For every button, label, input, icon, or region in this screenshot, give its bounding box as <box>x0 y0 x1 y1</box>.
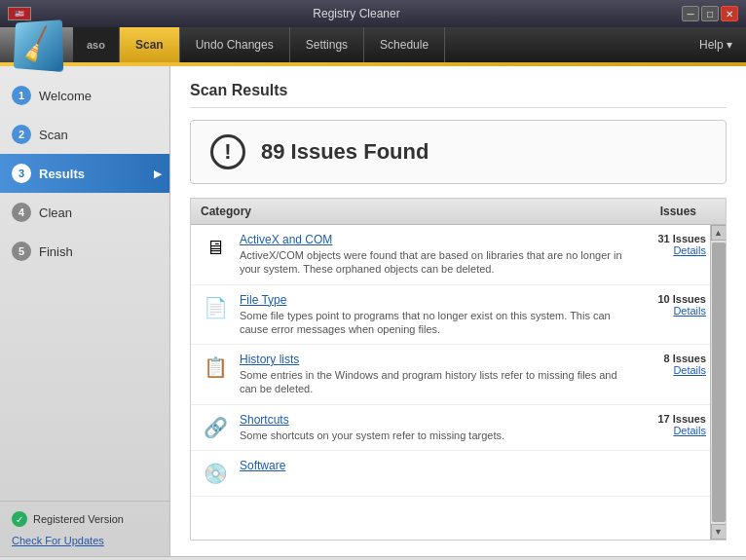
nav-bar: 🧹 aso Scan Undo Changes Settings Schedul… <box>0 27 746 62</box>
activex-title[interactable]: ActiveX and COM <box>240 233 628 246</box>
results-table: Category Issues 🖥 ActiveX and COM Active… <box>190 198 727 541</box>
table-row: 💿 Software <box>191 451 726 497</box>
history-desc: Some entries in the Windows and program … <box>240 368 628 396</box>
shortcuts-icon: 🔗 <box>201 413 230 442</box>
step-3-circle: 3 <box>12 164 31 183</box>
title-bar: 🇺🇸 Registry Cleaner ─ □ ✕ <box>0 0 746 27</box>
scroll-thumb[interactable] <box>712 243 726 522</box>
table-row: 📄 File Type Some file types point to pro… <box>191 285 726 346</box>
sidebar-item-results[interactable]: 3 Results <box>0 154 169 193</box>
shortcuts-issues: 17 Issues Details <box>628 413 706 436</box>
sidebar-label-results: Results <box>39 167 85 181</box>
flag-icon: 🇺🇸 <box>8 7 31 20</box>
bottom-bar: Export Log Scan Again Fix All Issues <box>0 556 746 560</box>
row-content-history: History lists Some entries in the Window… <box>240 353 628 396</box>
main-layout: 1 Welcome 2 Scan 3 Results 4 Clean 5 Fin… <box>0 66 746 556</box>
check-updates-link[interactable]: Check For Updates <box>12 535 158 546</box>
row-content-software: Software <box>240 459 628 474</box>
activex-desc: ActiveX/COM objects were found that are … <box>240 248 628 277</box>
activex-count: 31 Issues <box>628 233 706 244</box>
table-row: 📋 History lists Some entries in the Wind… <box>191 345 726 405</box>
filetype-details-link[interactable]: Details <box>673 305 706 317</box>
tab-schedule[interactable]: Schedule <box>364 27 445 62</box>
step-1-circle: 1 <box>12 86 31 105</box>
sidebar-label-scan: Scan <box>39 128 68 142</box>
sidebar: 1 Welcome 2 Scan 3 Results 4 Clean 5 Fin… <box>0 66 170 556</box>
content-area: Scan Results ! 89 Issues Found Category … <box>170 66 746 556</box>
history-icon: 📋 <box>201 353 230 382</box>
row-content-filetype: File Type Some file types point to progr… <box>240 293 628 337</box>
registered-label: Registered Version <box>33 513 124 525</box>
issues-count-label: 89 Issues Found <box>261 139 429 165</box>
filetype-title[interactable]: File Type <box>240 293 628 307</box>
broom-icon: 🧹 <box>17 24 58 66</box>
shortcuts-desc: Some shortcuts on your system refer to m… <box>240 429 628 442</box>
shortcuts-title[interactable]: Shortcuts <box>240 413 628 427</box>
activex-issues: 31 Issues Details <box>628 233 706 256</box>
page-title: Scan Results <box>190 82 727 108</box>
sidebar-label-clean: Clean <box>39 205 72 220</box>
table-header: Category Issues <box>191 199 726 225</box>
filetype-count: 10 Issues <box>628 293 706 305</box>
table-row: 🖥 ActiveX and COM ActiveX/COM objects we… <box>191 225 726 285</box>
registered-badge: ✓ Registered Version <box>12 511 158 527</box>
activex-icon: 🖥 <box>201 233 230 262</box>
minimize-button[interactable]: ─ <box>682 6 699 21</box>
filetype-issues: 10 Issues Details <box>628 293 706 317</box>
table-row: 🔗 Shortcuts Some shortcuts on your syste… <box>191 405 726 451</box>
aso-logo: aso <box>73 27 120 62</box>
software-title[interactable]: Software <box>240 459 628 472</box>
close-button[interactable]: ✕ <box>721 6 738 21</box>
history-title[interactable]: History lists <box>240 353 628 366</box>
window-controls: ─ □ ✕ <box>682 6 738 21</box>
software-icon: 💿 <box>201 459 230 488</box>
tab-scan[interactable]: Scan <box>120 27 180 62</box>
table-body: 🖥 ActiveX and COM ActiveX/COM objects we… <box>191 225 726 540</box>
app-icon-area: 🧹 <box>0 27 73 62</box>
scrollbar[interactable]: ▲ ▼ <box>710 225 726 540</box>
sidebar-item-welcome[interactable]: 1 Welcome <box>0 76 169 115</box>
app-icon: 🧹 <box>13 19 62 72</box>
history-count: 8 Issues <box>628 353 706 364</box>
tab-settings[interactable]: Settings <box>290 27 364 62</box>
col-header-category: Category <box>201 205 618 218</box>
row-content-shortcuts: Shortcuts Some shortcuts on your system … <box>240 413 628 442</box>
window-title: Registry Cleaner <box>31 7 682 20</box>
sidebar-label-welcome: Welcome <box>39 89 92 103</box>
filetype-desc: Some file types point to programs that n… <box>240 309 628 337</box>
help-button[interactable]: Help ▾ <box>686 27 746 62</box>
shortcuts-count: 17 Issues <box>628 413 706 425</box>
history-details-link[interactable]: Details <box>673 364 706 376</box>
step-5-circle: 5 <box>12 242 31 261</box>
sidebar-item-scan[interactable]: 2 Scan <box>0 115 169 154</box>
tab-undo-changes[interactable]: Undo Changes <box>180 27 290 62</box>
step-4-circle: 4 <box>12 203 31 222</box>
issues-banner: ! 89 Issues Found <box>190 120 727 184</box>
maximize-button[interactable]: □ <box>701 6 719 21</box>
row-content-activex: ActiveX and COM ActiveX/COM objects were… <box>240 233 628 277</box>
sidebar-label-finish: Finish <box>39 244 73 259</box>
scroll-down-button[interactable]: ▼ <box>711 524 727 540</box>
activex-details-link[interactable]: Details <box>673 244 706 256</box>
warning-icon: ! <box>210 134 245 169</box>
sidebar-item-clean[interactable]: 4 Clean <box>0 193 169 232</box>
step-2-circle: 2 <box>12 125 31 144</box>
sidebar-bottom: ✓ Registered Version Check For Updates <box>0 501 169 556</box>
col-header-issues: Issues <box>618 205 716 218</box>
shortcuts-details-link[interactable]: Details <box>673 425 706 436</box>
filetype-icon: 📄 <box>201 293 230 322</box>
scroll-up-button[interactable]: ▲ <box>711 225 727 241</box>
check-icon: ✓ <box>12 511 27 527</box>
history-issues: 8 Issues Details <box>628 353 706 376</box>
sidebar-item-finish[interactable]: 5 Finish <box>0 232 169 271</box>
table-rows: 🖥 ActiveX and COM ActiveX/COM objects we… <box>191 225 726 497</box>
